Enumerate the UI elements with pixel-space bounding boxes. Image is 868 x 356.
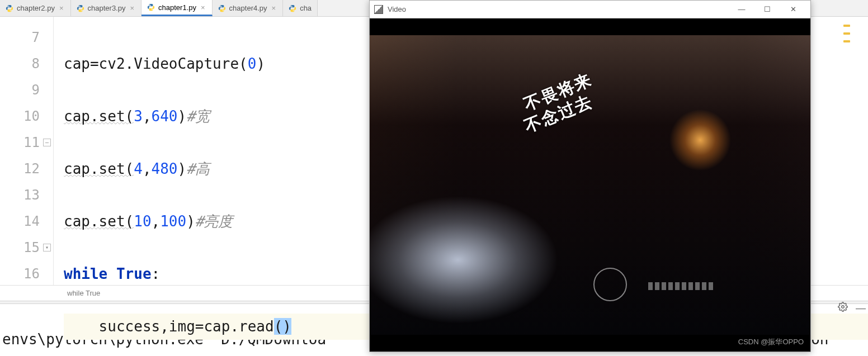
close-icon[interactable]: ×: [58, 4, 65, 12]
line-gutter: 7 8 9 10 11 12 13 14 15 16 – ▾: [0, 17, 54, 285]
inspection-stripe: [843, 25, 852, 282]
fold-icon[interactable]: ▾: [43, 244, 51, 251]
line-number: 7: [0, 25, 40, 51]
video-output-window[interactable]: Video — ☐ ✕ 不畏将来 不念过去 CSDN @振华OPPO: [369, 0, 811, 352]
minimize-button[interactable]: —: [729, 1, 754, 18]
tab-label: chapter1.py: [158, 3, 196, 12]
python-file-icon: [147, 3, 155, 11]
svg-point-0: [8, 5, 8, 6]
minimize-panel-icon[interactable]: —: [856, 302, 866, 314]
app-icon: [374, 5, 383, 14]
video-logo-circle: [593, 268, 627, 301]
console-toolbar: —: [838, 302, 866, 314]
line-number: 13: [0, 182, 40, 208]
gear-icon[interactable]: [838, 302, 848, 314]
line-number: 11: [0, 130, 40, 156]
svg-point-6: [220, 5, 221, 6]
line-number: 8: [0, 51, 40, 77]
tab-label: chapter2.py: [17, 4, 55, 12]
svg-point-9: [294, 10, 294, 11]
tab-chapter3[interactable]: chapter3.py ×: [71, 0, 142, 16]
maximize-button[interactable]: ☐: [754, 1, 780, 18]
close-icon[interactable]: ×: [271, 4, 277, 12]
python-file-icon: [6, 4, 13, 12]
tab-chapter2[interactable]: chapter2.py ×: [0, 0, 71, 16]
python-file-icon: [289, 4, 296, 12]
video-caption-bar: [648, 282, 715, 290]
close-icon[interactable]: ×: [200, 3, 206, 12]
svg-point-8: [291, 5, 291, 6]
line-number: 16: [0, 261, 40, 287]
line-number: 9: [0, 77, 40, 103]
tab-chapter1[interactable]: chapter1.py ×: [141, 0, 213, 16]
fold-icon[interactable]: –: [43, 139, 51, 146]
tab-partial[interactable]: cha: [283, 0, 318, 16]
svg-point-4: [149, 4, 150, 5]
line-number: 15: [0, 235, 40, 261]
svg-point-5: [152, 10, 153, 10]
tab-label: chapter4.py: [229, 4, 267, 12]
line-number: 10: [0, 103, 40, 130]
tab-label: cha: [300, 4, 312, 12]
tab-label: chapter3.py: [88, 4, 126, 12]
python-file-icon: [218, 4, 226, 12]
python-file-icon: [77, 4, 84, 12]
video-frame: 不畏将来 不念过去 CSDN @振华OPPO: [370, 18, 810, 352]
close-icon[interactable]: ×: [129, 4, 135, 12]
window-titlebar[interactable]: Video — ☐ ✕: [370, 1, 810, 18]
close-button[interactable]: ✕: [780, 1, 806, 18]
svg-point-2: [79, 5, 79, 6]
window-title: Video: [388, 5, 729, 13]
line-number: 12: [0, 156, 40, 182]
tab-chapter4[interactable]: chapter4.py ×: [213, 0, 284, 16]
watermark: CSDN @振华OPPO: [738, 337, 804, 347]
svg-point-1: [11, 10, 11, 11]
svg-point-10: [842, 306, 845, 308]
svg-point-3: [81, 10, 82, 11]
svg-point-7: [223, 10, 223, 11]
line-number: 14: [0, 208, 40, 235]
